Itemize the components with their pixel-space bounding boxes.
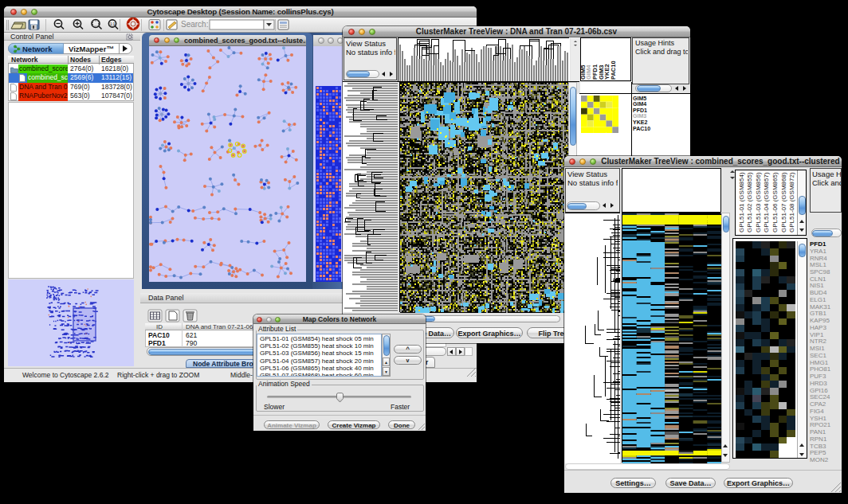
svg-text:GPL51-03 (GSM856): GPL51-03 (GSM856): [755, 172, 762, 232]
svg-text:PAC10: PAC10: [610, 61, 617, 80]
svg-text:1:1: 1:1: [110, 22, 116, 26]
svg-text:GPL51-08 (GSM872): GPL51-08 (GSM872): [788, 172, 795, 232]
svg-text:GPL51-06 (GSM865): GPL51-06 (GSM865): [771, 172, 779, 232]
svg-text:Search:: Search:: [181, 20, 208, 29]
svg-text:GPL51-01 (GSM854): GPL51-01 (GSM854): [738, 172, 745, 232]
svg-text:GPL51-02 (GSM855): GPL51-02 (GSM855): [746, 172, 753, 232]
svg-text:GPL51-04 (GSM857): GPL51-04 (GSM857): [763, 172, 770, 232]
svg-text:GPL51-07 (GSM868): GPL51-07 (GSM868): [780, 172, 787, 232]
